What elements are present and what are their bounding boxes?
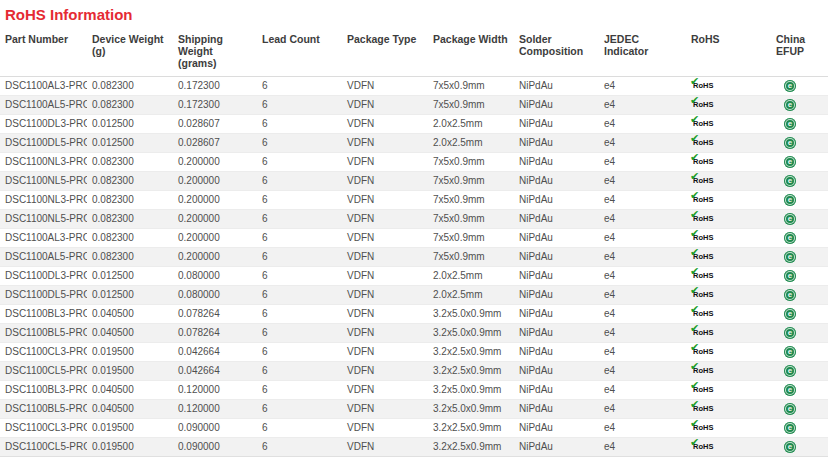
col-header-china-efup: China EFUP (771, 31, 828, 77)
cell-jedec-indicator: e4 (599, 305, 686, 324)
rohs-compliant-icon: ✔RoHS (693, 101, 713, 109)
cell-device-weight: 0.082300 (87, 96, 173, 115)
china-efup-icon: e (784, 422, 796, 434)
cell-device-weight: 0.040500 (87, 324, 173, 343)
col-header-solder-composition: Solder Composition (514, 31, 599, 77)
cell-package-type: VDFN (342, 191, 428, 210)
china-efup-icon: e (784, 270, 796, 282)
col-header-lead-count: Lead Count (257, 31, 342, 77)
cell-part-number: DSC1100BL5-PROG (0, 324, 87, 343)
cell-rohs: ✔RoHS (686, 438, 771, 457)
table-row: DSC1100BL5-PROG0.0405000.0782646VDFN3.2x… (0, 324, 828, 343)
cell-solder-composition: NiPdAu (514, 324, 599, 343)
cell-solder-composition: NiPdAu (514, 172, 599, 191)
col-header-shipping-weight: Shipping Weight (grams) (173, 31, 257, 77)
cell-solder-composition: NiPdAu (514, 438, 599, 457)
cell-solder-composition: NiPdAu (514, 381, 599, 400)
cell-shipping-weight: 0.200000 (173, 248, 257, 267)
cell-jedec-indicator: e4 (599, 381, 686, 400)
cell-china-efup: e (771, 115, 828, 134)
cell-shipping-weight: 0.078264 (173, 324, 257, 343)
cell-jedec-indicator: e4 (599, 400, 686, 419)
cell-part-number: DSC1100NL5-PROG (0, 172, 87, 191)
cell-lead-count: 6 (257, 362, 342, 381)
cell-rohs: ✔RoHS (686, 267, 771, 286)
cell-jedec-indicator: e4 (599, 438, 686, 457)
cell-solder-composition: NiPdAu (514, 134, 599, 153)
cell-package-type: VDFN (342, 229, 428, 248)
table-header: Part Number Device Weight (g) Shipping W… (0, 31, 828, 77)
cell-part-number: DSC1100BL3-PROGT (0, 381, 87, 400)
cell-part-number: DSC1100NL3-PROGT (0, 191, 87, 210)
cell-shipping-weight: 0.090000 (173, 438, 257, 457)
cell-package-type: VDFN (342, 324, 428, 343)
table-row: DSC1100NL5-PROGT0.0823000.2000006VDFN7x5… (0, 210, 828, 229)
cell-jedec-indicator: e4 (599, 343, 686, 362)
china-efup-icon: e (784, 365, 796, 377)
cell-jedec-indicator: e4 (599, 191, 686, 210)
china-efup-icon: e (784, 346, 796, 358)
cell-solder-composition: NiPdAu (514, 248, 599, 267)
cell-package-type: VDFN (342, 172, 428, 191)
cell-rohs: ✔RoHS (686, 172, 771, 191)
rohs-compliant-icon: ✔RoHS (693, 253, 713, 261)
cell-lead-count: 6 (257, 191, 342, 210)
china-efup-icon: e (784, 213, 796, 225)
table-row: DSC1100AL5-PROG0.0823000.1723006VDFN7x5x… (0, 96, 828, 115)
cell-package-width: 3.2x5.0x0.9mm (428, 324, 514, 343)
cell-package-type: VDFN (342, 343, 428, 362)
cell-device-weight: 0.082300 (87, 248, 173, 267)
table-header-row: Part Number Device Weight (g) Shipping W… (0, 31, 828, 77)
check-icon: ✔ (690, 229, 699, 239)
cell-part-number: DSC1100CL5-PROGT (0, 438, 87, 457)
table-row: DSC1100NL3-PROG0.0823000.2000006VDFN7x5x… (0, 153, 828, 172)
rohs-compliant-icon: ✔RoHS (693, 386, 713, 394)
cell-shipping-weight: 0.200000 (173, 191, 257, 210)
check-icon: ✔ (690, 77, 699, 87)
col-header-device-weight: Device Weight (g) (87, 31, 173, 77)
cell-lead-count: 6 (257, 210, 342, 229)
cell-lead-count: 6 (257, 267, 342, 286)
cell-part-number: DSC1100DL3-PROGT (0, 267, 87, 286)
check-icon: ✔ (690, 324, 699, 334)
cell-jedec-indicator: e4 (599, 286, 686, 305)
cell-part-number: DSC1100NL5-PROGT (0, 210, 87, 229)
cell-lead-count: 6 (257, 343, 342, 362)
check-icon: ✔ (690, 115, 699, 125)
cell-package-type: VDFN (342, 134, 428, 153)
cell-package-type: VDFN (342, 248, 428, 267)
cell-package-width: 7x5x0.9mm (428, 172, 514, 191)
cell-china-efup: e (771, 381, 828, 400)
cell-rohs: ✔RoHS (686, 324, 771, 343)
cell-package-width: 3.2x5.0x0.9mm (428, 381, 514, 400)
china-efup-icon: e (784, 384, 796, 396)
cell-part-number: DSC1100AL5-PROG (0, 96, 87, 115)
cell-device-weight: 0.082300 (87, 77, 173, 96)
check-icon: ✔ (690, 400, 699, 410)
cell-package-width: 7x5x0.9mm (428, 77, 514, 96)
check-icon: ✔ (690, 343, 699, 353)
table-body: DSC1100AL3-PROG0.0823000.1723006VDFN7x5x… (0, 77, 828, 457)
table-row: DSC1100DL5-PROGT0.0125000.0800006VDFN2.0… (0, 286, 828, 305)
cell-solder-composition: NiPdAu (514, 343, 599, 362)
cell-device-weight: 0.040500 (87, 305, 173, 324)
china-efup-icon: e (784, 232, 796, 244)
cell-lead-count: 6 (257, 324, 342, 343)
cell-package-width: 7x5x0.9mm (428, 210, 514, 229)
rohs-compliant-icon: ✔RoHS (693, 405, 713, 413)
cell-package-width: 2.0x2.5mm (428, 267, 514, 286)
cell-part-number: DSC1100CL3-PROGT (0, 419, 87, 438)
rohs-compliant-icon: ✔RoHS (693, 158, 713, 166)
cell-solder-composition: NiPdAu (514, 362, 599, 381)
table-row: DSC1100CL3-PROGT0.0195000.0900006VDFN3.2… (0, 419, 828, 438)
cell-china-efup: e (771, 343, 828, 362)
cell-rohs: ✔RoHS (686, 96, 771, 115)
page-title: RoHS Information (0, 0, 828, 23)
table-row: DSC1100BL5-PROGT0.0405000.1200006VDFN3.2… (0, 400, 828, 419)
cell-package-width: 7x5x0.9mm (428, 191, 514, 210)
china-efup-icon: e (784, 156, 796, 168)
rohs-compliant-icon: ✔RoHS (693, 424, 713, 432)
check-icon: ✔ (690, 305, 699, 315)
rohs-compliant-icon: ✔RoHS (693, 215, 713, 223)
col-header-part-number: Part Number (0, 31, 87, 77)
